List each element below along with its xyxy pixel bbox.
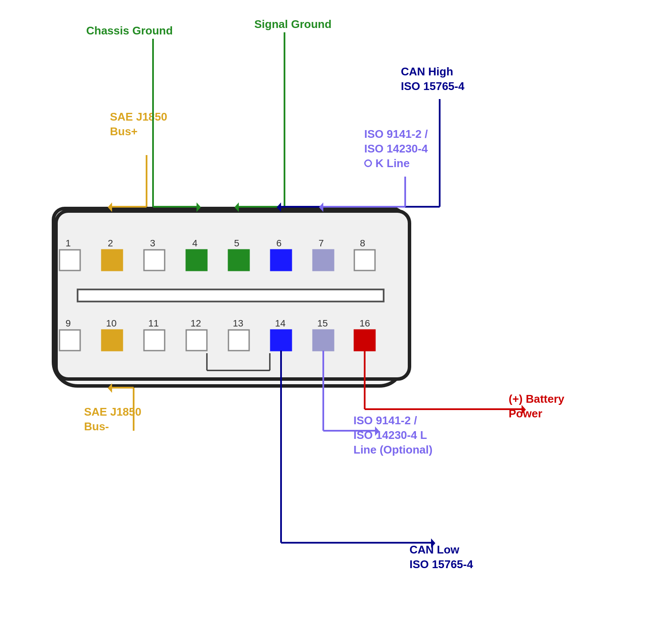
connector-divider [81,290,374,303]
battery-power-label: (+) Battery Power [509,392,564,421]
chassis-ground-label: Chassis Ground [86,24,173,38]
can-low-label: CAN Low ISO 15765-4 [409,543,473,572]
signal-ground-label: Signal Ground [254,17,331,32]
obd-connector [52,207,405,388]
iso-lline-label: ISO 9141-2 / ISO 14230-4 L Line (Optiona… [353,413,432,457]
can-high-label: CAN High ISO 15765-4 [401,65,464,94]
sae-j1850-busminus-label: SAE J1850 Bus- [84,405,141,434]
iso-kline-label: ISO 9141-2 / ISO 14230-4 K Line [364,127,428,171]
sae-j1850-busplus-label: SAE J1850 Bus+ [110,110,167,139]
diagram-container: Chassis Ground Signal Ground CAN High IS… [0,0,672,628]
